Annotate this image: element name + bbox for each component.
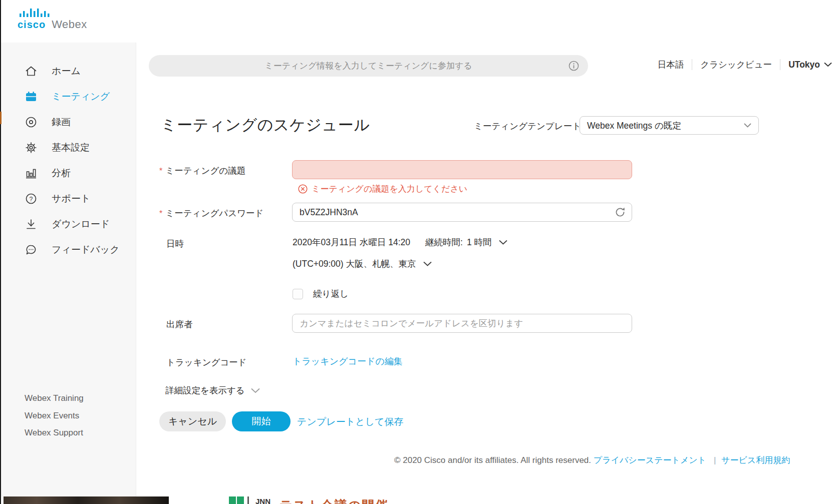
- webex-scheduling-page: cisco Webex 日本語 クラシックビュー UTokyo: [0, 0, 839, 504]
- feedback-icon: [24, 243, 38, 257]
- template-selected-value: Webex Meetings の既定: [587, 120, 744, 132]
- screen-edge-artifact: [0, 0, 1, 504]
- terms-of-service-link[interactable]: サービス利用規約: [721, 455, 790, 465]
- background-green-block: [229, 496, 236, 504]
- sidebar-item-label: フィードバック: [52, 243, 120, 256]
- background-photo-fragment: [4, 496, 169, 504]
- header-separator: [692, 59, 692, 70]
- page-title: ミーティングのスケジュール: [161, 115, 370, 136]
- cisco-webex-logo: cisco Webex: [18, 8, 87, 31]
- topic-error-text: ミーティングの議題を入力してください: [312, 183, 467, 195]
- password-label: *ミーティングパスワード: [159, 207, 263, 219]
- datetime-label: 日時: [166, 238, 184, 250]
- bar-chart-icon: [24, 166, 38, 180]
- recurrence-row: 繰り返し: [293, 288, 349, 300]
- download-icon: [24, 217, 38, 231]
- required-asterisk: *: [159, 209, 162, 218]
- privacy-statement-link[interactable]: プライバシーステートメント: [594, 455, 706, 465]
- sidebar-item-label: 基本設定: [52, 141, 90, 154]
- gear-icon: [24, 141, 38, 155]
- sidebar-item-support[interactable]: ? サポート: [1, 186, 136, 211]
- cisco-wordmark: cisco: [18, 19, 46, 31]
- info-icon[interactable]: [569, 61, 579, 71]
- attendees-input[interactable]: [292, 314, 632, 333]
- chevron-down-icon: [251, 388, 260, 393]
- attendees-label: 出席者: [166, 318, 193, 330]
- classic-view-link[interactable]: クラシックビュー: [700, 59, 772, 71]
- user-menu[interactable]: UTokyo: [788, 60, 832, 70]
- chevron-down-icon: [744, 123, 751, 128]
- header-separator: [780, 59, 780, 70]
- webex-events-link[interactable]: Webex Events: [25, 407, 84, 425]
- background-orange-text: テスト会議の開催: [279, 497, 389, 504]
- chevron-down-icon: [499, 240, 507, 245]
- cisco-bars-icon: [20, 8, 52, 18]
- sidebar-item-recordings[interactable]: 録画: [1, 109, 136, 135]
- sidebar-item-label: 分析: [52, 167, 71, 180]
- timezone-selector[interactable]: (UTC+09:00) 大阪、札幌、東京: [293, 258, 432, 270]
- sidebar-item-label: 録画: [52, 116, 71, 129]
- template-select[interactable]: Webex Meetings の既定: [580, 116, 759, 135]
- sidebar-item-label: ミーティング: [52, 90, 110, 103]
- sidebar-item-downloads[interactable]: ダウンロード: [1, 211, 136, 237]
- sidebar-item-insights[interactable]: 分析: [1, 160, 136, 186]
- search-input[interactable]: [149, 55, 588, 77]
- advanced-settings-toggle[interactable]: 詳細設定を表示する: [165, 384, 260, 396]
- background-window-sliver: JNN テスト会議の開催: [1, 496, 839, 504]
- sidebar-item-meetings[interactable]: ミーティング: [1, 84, 136, 109]
- sidebar-item-preferences[interactable]: 基本設定: [1, 135, 136, 160]
- background-divider: [247, 496, 249, 504]
- duration-value: 1 時間: [467, 236, 492, 248]
- template-label: ミーティングテンプレート: [474, 120, 581, 132]
- sidebar-item-label: ダウンロード: [52, 218, 110, 231]
- record-icon: [24, 115, 38, 129]
- footer: © 2020 Cisco and/or its affiliates. All …: [394, 454, 790, 466]
- join-meeting-search[interactable]: [149, 55, 588, 77]
- sidebar-footer-links: Webex Training Webex Events Webex Suppor…: [25, 390, 84, 442]
- error-icon: [298, 184, 308, 194]
- start-button[interactable]: 開始: [232, 411, 291, 431]
- topic-label: *ミーティングの議題: [159, 165, 245, 177]
- tracking-label: トラッキングコード: [166, 356, 247, 368]
- datetime-value: 2020年03月11日 水曜日 14:20: [293, 236, 410, 248]
- svg-text:?: ?: [30, 195, 33, 202]
- edit-tracking-code-link[interactable]: トラッキングコードの編集: [293, 355, 403, 367]
- cancel-button[interactable]: キャンセル: [159, 411, 226, 431]
- copyright-text: © 2020 Cisco and/or its affiliates. All …: [394, 455, 591, 465]
- save-as-template-link[interactable]: テンプレートとして保存: [297, 415, 404, 428]
- header-links: 日本語 クラシックビュー UTokyo: [658, 59, 832, 71]
- password-field: [292, 203, 632, 222]
- timezone-value: (UTC+09:00) 大阪、札幌、東京: [293, 258, 416, 270]
- background-dark-text: JNN: [255, 497, 270, 504]
- chevron-down-icon: [824, 62, 832, 67]
- question-icon: ?: [24, 192, 38, 206]
- sidebar-item-feedback[interactable]: フィードバック: [1, 237, 136, 262]
- webex-support-link[interactable]: Webex Support: [25, 424, 84, 442]
- sidebar-item-label: サポート: [52, 192, 90, 205]
- background-green-block: [237, 496, 244, 504]
- sidebar: ホーム ミーティング: [1, 43, 136, 496]
- footer-separator: |: [714, 455, 716, 465]
- password-input[interactable]: [292, 203, 632, 222]
- topic-error: ミーティングの議題を入力してください: [298, 183, 467, 195]
- calendar-icon: [24, 90, 38, 104]
- topic-input[interactable]: [292, 160, 632, 179]
- recurrence-label: 繰り返し: [313, 288, 349, 300]
- sidebar-item-home[interactable]: ホーム: [1, 58, 136, 84]
- duration-label: 継続時間:: [425, 236, 463, 248]
- language-link[interactable]: 日本語: [658, 59, 684, 71]
- user-menu-label: UTokyo: [788, 60, 820, 70]
- webex-training-link[interactable]: Webex Training: [25, 390, 84, 407]
- advanced-settings-label: 詳細設定を表示する: [165, 384, 245, 396]
- sidebar-nav: ホーム ミーティング: [1, 43, 136, 262]
- required-asterisk: *: [159, 167, 162, 175]
- home-icon: [24, 64, 38, 78]
- chevron-down-icon: [423, 261, 432, 266]
- refresh-password-icon[interactable]: [615, 207, 626, 218]
- datetime-selector[interactable]: 2020年03月11日 水曜日 14:20 継続時間: 1 時間: [293, 236, 507, 248]
- recurrence-checkbox[interactable]: [293, 289, 303, 299]
- screen-edge-orange-artifact: [0, 112, 2, 124]
- webex-wordmark: Webex: [52, 18, 87, 31]
- sidebar-item-label: ホーム: [52, 65, 81, 78]
- header: cisco Webex 日本語 クラシックビュー UTokyo: [1, 0, 839, 43]
